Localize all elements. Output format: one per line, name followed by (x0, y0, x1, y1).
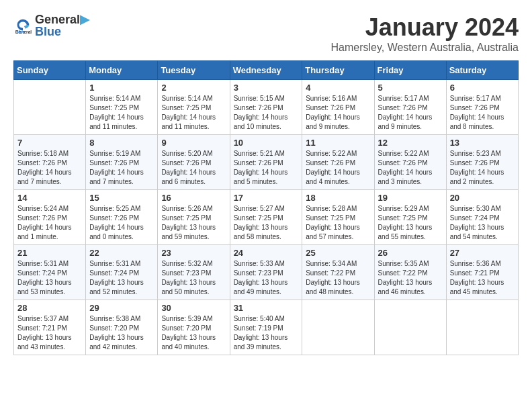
day-number: 7 (17, 138, 82, 148)
calendar-cell: 23Sunrise: 5:32 AM Sunset: 7:23 PM Dayli… (158, 245, 230, 300)
calendar-cell: 16Sunrise: 5:26 AM Sunset: 7:25 PM Dayli… (158, 190, 230, 245)
calendar-week-row: 14Sunrise: 5:24 AM Sunset: 7:26 PM Dayli… (14, 190, 519, 245)
cell-info: Sunrise: 5:26 AM Sunset: 7:25 PM Dayligh… (161, 204, 226, 242)
day-number: 29 (89, 303, 154, 313)
calendar-cell (302, 300, 374, 355)
calendar-cell: 1Sunrise: 5:14 AM Sunset: 7:25 PM Daylig… (86, 80, 158, 135)
calendar-day-header: Sunday (14, 61, 86, 80)
calendar-day-header: Monday (86, 61, 158, 80)
day-number: 3 (234, 83, 299, 93)
cell-info: Sunrise: 5:17 AM Sunset: 7:26 PM Dayligh… (378, 94, 443, 132)
cell-info: Sunrise: 5:27 AM Sunset: 7:25 PM Dayligh… (234, 204, 299, 242)
logo-icon: General Blue (13, 16, 32, 35)
day-number: 31 (234, 303, 299, 313)
calendar-cell: 13Sunrise: 5:23 AM Sunset: 7:26 PM Dayli… (446, 135, 518, 190)
cell-info: Sunrise: 5:29 AM Sunset: 7:25 PM Dayligh… (378, 204, 443, 242)
cell-info: Sunrise: 5:23 AM Sunset: 7:26 PM Dayligh… (450, 149, 515, 187)
calendar-cell: 2Sunrise: 5:14 AM Sunset: 7:25 PM Daylig… (158, 80, 230, 135)
day-number: 22 (89, 248, 154, 258)
svg-text:Blue: Blue (15, 30, 25, 34)
logo-bird-icon: ▶ (80, 13, 89, 26)
day-number: 1 (89, 83, 154, 93)
day-number: 30 (161, 303, 226, 313)
cell-info: Sunrise: 5:31 AM Sunset: 7:24 PM Dayligh… (17, 259, 82, 297)
calendar-cell: 14Sunrise: 5:24 AM Sunset: 7:26 PM Dayli… (14, 190, 86, 245)
calendar-header-row: SundayMondayTuesdayWednesdayThursdayFrid… (14, 61, 519, 80)
cell-info: Sunrise: 5:25 AM Sunset: 7:26 PM Dayligh… (89, 204, 154, 242)
day-number: 16 (161, 193, 226, 203)
calendar-week-row: 21Sunrise: 5:31 AM Sunset: 7:24 PM Dayli… (14, 245, 519, 300)
day-number: 23 (161, 248, 226, 258)
calendar-week-row: 28Sunrise: 5:37 AM Sunset: 7:21 PM Dayli… (14, 300, 519, 355)
month-title: January 2024 (330, 13, 519, 42)
logo-general: General (35, 13, 80, 26)
calendar-day-header: Thursday (302, 61, 374, 80)
calendar-cell: 31Sunrise: 5:40 AM Sunset: 7:19 PM Dayli… (230, 300, 302, 355)
calendar-table: SundayMondayTuesdayWednesdayThursdayFrid… (13, 60, 519, 355)
calendar-cell: 24Sunrise: 5:33 AM Sunset: 7:23 PM Dayli… (230, 245, 302, 300)
calendar-cell (374, 300, 446, 355)
cell-info: Sunrise: 5:22 AM Sunset: 7:26 PM Dayligh… (378, 149, 443, 187)
day-number: 26 (378, 248, 443, 258)
day-number: 4 (306, 83, 370, 93)
calendar-cell: 4Sunrise: 5:16 AM Sunset: 7:26 PM Daylig… (302, 80, 374, 135)
calendar-cell: 21Sunrise: 5:31 AM Sunset: 7:24 PM Dayli… (14, 245, 86, 300)
page-header: General Blue General▶ Blue January 2024 … (13, 13, 519, 54)
calendar-cell: 18Sunrise: 5:28 AM Sunset: 7:25 PM Dayli… (302, 190, 374, 245)
calendar-cell: 6Sunrise: 5:17 AM Sunset: 7:26 PM Daylig… (446, 80, 518, 135)
cell-info: Sunrise: 5:20 AM Sunset: 7:26 PM Dayligh… (161, 149, 226, 187)
calendar-cell: 12Sunrise: 5:22 AM Sunset: 7:26 PM Dayli… (374, 135, 446, 190)
cell-info: Sunrise: 5:34 AM Sunset: 7:22 PM Dayligh… (306, 259, 370, 297)
cell-info: Sunrise: 5:33 AM Sunset: 7:23 PM Dayligh… (234, 259, 299, 297)
calendar-cell (446, 300, 518, 355)
day-number: 24 (234, 248, 299, 258)
day-number: 27 (450, 248, 515, 258)
calendar-cell: 28Sunrise: 5:37 AM Sunset: 7:21 PM Dayli… (14, 300, 86, 355)
day-number: 15 (89, 193, 154, 203)
day-number: 2 (161, 83, 226, 93)
cell-info: Sunrise: 5:35 AM Sunset: 7:22 PM Dayligh… (378, 259, 443, 297)
calendar-day-header: Tuesday (158, 61, 230, 80)
cell-info: Sunrise: 5:17 AM Sunset: 7:26 PM Dayligh… (450, 94, 515, 132)
calendar-cell: 27Sunrise: 5:36 AM Sunset: 7:21 PM Dayli… (446, 245, 518, 300)
cell-info: Sunrise: 5:18 AM Sunset: 7:26 PM Dayligh… (17, 149, 82, 187)
cell-info: Sunrise: 5:14 AM Sunset: 7:25 PM Dayligh… (89, 94, 154, 132)
calendar-cell: 7Sunrise: 5:18 AM Sunset: 7:26 PM Daylig… (14, 135, 86, 190)
location-title: Hamersley, Western Australia, Australia (330, 42, 519, 54)
logo: General Blue General▶ Blue (13, 13, 89, 38)
day-number: 6 (450, 83, 515, 93)
day-number: 21 (17, 248, 82, 258)
calendar-cell: 15Sunrise: 5:25 AM Sunset: 7:26 PM Dayli… (86, 190, 158, 245)
day-number: 10 (234, 138, 299, 148)
calendar-cell: 22Sunrise: 5:31 AM Sunset: 7:24 PM Dayli… (86, 245, 158, 300)
logo-blue: Blue (35, 26, 89, 38)
day-number: 17 (234, 193, 299, 203)
cell-info: Sunrise: 5:37 AM Sunset: 7:21 PM Dayligh… (17, 314, 82, 352)
cell-info: Sunrise: 5:32 AM Sunset: 7:23 PM Dayligh… (161, 259, 226, 297)
calendar-cell: 10Sunrise: 5:21 AM Sunset: 7:26 PM Dayli… (230, 135, 302, 190)
cell-info: Sunrise: 5:38 AM Sunset: 7:20 PM Dayligh… (89, 314, 154, 352)
calendar-week-row: 1Sunrise: 5:14 AM Sunset: 7:25 PM Daylig… (14, 80, 519, 135)
cell-info: Sunrise: 5:21 AM Sunset: 7:26 PM Dayligh… (234, 149, 299, 187)
cell-info: Sunrise: 5:24 AM Sunset: 7:26 PM Dayligh… (17, 204, 82, 242)
cell-info: Sunrise: 5:19 AM Sunset: 7:26 PM Dayligh… (89, 149, 154, 187)
calendar-cell: 19Sunrise: 5:29 AM Sunset: 7:25 PM Dayli… (374, 190, 446, 245)
calendar-cell: 26Sunrise: 5:35 AM Sunset: 7:22 PM Dayli… (374, 245, 446, 300)
day-number: 12 (378, 138, 443, 148)
cell-info: Sunrise: 5:39 AM Sunset: 7:20 PM Dayligh… (161, 314, 226, 352)
calendar-cell: 8Sunrise: 5:19 AM Sunset: 7:26 PM Daylig… (86, 135, 158, 190)
day-number: 20 (450, 193, 515, 203)
cell-info: Sunrise: 5:22 AM Sunset: 7:26 PM Dayligh… (306, 149, 370, 187)
calendar-cell: 5Sunrise: 5:17 AM Sunset: 7:26 PM Daylig… (374, 80, 446, 135)
day-number: 19 (378, 193, 443, 203)
day-number: 25 (306, 248, 370, 258)
cell-info: Sunrise: 5:16 AM Sunset: 7:26 PM Dayligh… (306, 94, 370, 132)
title-block: January 2024 Hamersley, Western Australi… (330, 13, 519, 54)
logo-text: General▶ Blue (35, 13, 89, 38)
calendar-cell (14, 80, 86, 135)
day-number: 8 (89, 138, 154, 148)
cell-info: Sunrise: 5:40 AM Sunset: 7:19 PM Dayligh… (234, 314, 299, 352)
calendar-day-header: Friday (374, 61, 446, 80)
calendar-day-header: Wednesday (230, 61, 302, 80)
cell-info: Sunrise: 5:14 AM Sunset: 7:25 PM Dayligh… (161, 94, 226, 132)
